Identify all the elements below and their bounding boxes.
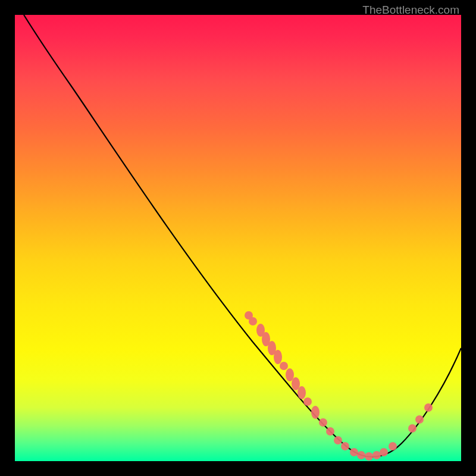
chart-container: TheBottleneck.com — [0, 0, 476, 476]
svg-point-12 — [319, 418, 327, 427]
svg-point-18 — [365, 452, 373, 461]
svg-point-15 — [341, 442, 349, 450]
svg-point-13 — [326, 427, 334, 436]
svg-point-24 — [424, 403, 433, 412]
svg-point-17 — [357, 451, 365, 459]
svg-point-16 — [350, 448, 358, 456]
svg-point-9 — [298, 386, 306, 399]
svg-point-20 — [380, 448, 388, 456]
svg-point-19 — [372, 451, 381, 459]
svg-point-10 — [303, 397, 312, 406]
chart-svg — [15, 15, 461, 461]
main-curve — [24, 15, 461, 457]
svg-point-23 — [415, 415, 424, 424]
attribution-text: TheBottleneck.com — [362, 4, 459, 17]
svg-point-22 — [408, 424, 416, 433]
svg-point-6 — [280, 362, 288, 370]
svg-point-1 — [249, 317, 257, 325]
svg-point-11 — [311, 406, 320, 419]
svg-point-21 — [389, 442, 397, 450]
svg-point-14 — [334, 436, 342, 444]
svg-point-5 — [274, 350, 282, 364]
marker-group — [245, 311, 433, 461]
